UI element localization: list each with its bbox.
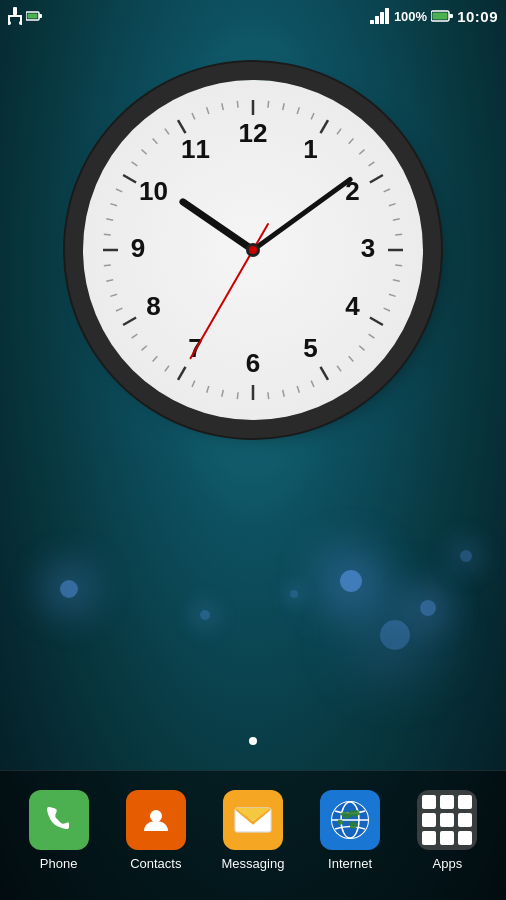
dock-item-apps[interactable]: Apps xyxy=(402,790,492,871)
bokeh-dot xyxy=(380,620,410,650)
apps-dot-1 xyxy=(422,795,436,809)
messaging-envelope-icon xyxy=(234,805,272,835)
internet-app-icon xyxy=(320,790,380,850)
dock-item-messaging[interactable]: Messaging xyxy=(208,790,298,871)
svg-rect-8 xyxy=(39,14,42,18)
messaging-app-icon xyxy=(223,790,283,850)
svg-rect-14 xyxy=(433,13,448,20)
apps-dot-8 xyxy=(440,831,454,845)
svg-rect-0 xyxy=(13,7,17,15)
apps-grid xyxy=(418,791,476,849)
bokeh-dot xyxy=(420,600,436,616)
apps-label: Apps xyxy=(433,856,463,871)
svg-rect-1 xyxy=(8,15,22,17)
internet-label: Internet xyxy=(328,856,372,871)
svg-rect-9 xyxy=(370,20,374,24)
status-left xyxy=(8,7,42,25)
phone-handset-icon xyxy=(42,803,76,837)
apps-dot-3 xyxy=(458,795,472,809)
contacts-person-icon xyxy=(139,803,173,837)
svg-point-16 xyxy=(150,810,162,822)
svg-rect-7 xyxy=(28,14,38,19)
apps-dot-2 xyxy=(440,795,454,809)
bottom-dock: Phone Contacts Messaging xyxy=(0,770,506,900)
dock-item-internet[interactable]: Internet xyxy=(305,790,395,871)
apps-dot-9 xyxy=(458,831,472,845)
svg-rect-15 xyxy=(449,14,453,18)
apps-dot-4 xyxy=(422,813,436,827)
bokeh-dot xyxy=(340,570,362,592)
battery-percent: 100% xyxy=(394,9,427,24)
svg-rect-12 xyxy=(385,8,389,24)
apps-dot-7 xyxy=(422,831,436,845)
dock-item-phone[interactable]: Phone xyxy=(14,790,104,871)
svg-point-4 xyxy=(8,21,11,25)
svg-rect-11 xyxy=(380,12,384,24)
battery-full-icon xyxy=(431,10,453,22)
bokeh-dot xyxy=(60,580,78,598)
clock-center-red xyxy=(249,246,257,254)
battery-small-icon xyxy=(26,11,42,21)
phone-label: Phone xyxy=(40,856,78,871)
dock-item-contacts[interactable]: Contacts xyxy=(111,790,201,871)
globe-icon xyxy=(328,798,372,842)
svg-rect-10 xyxy=(375,16,379,24)
clock-time: 10:09 xyxy=(457,8,498,25)
contacts-app-icon xyxy=(126,790,186,850)
page-indicator xyxy=(249,737,257,745)
contacts-label: Contacts xyxy=(130,856,181,871)
apps-dot-5 xyxy=(440,813,454,827)
bokeh-dot xyxy=(460,550,472,562)
clock-face xyxy=(83,80,423,420)
signal-icon xyxy=(370,8,390,24)
svg-point-5 xyxy=(19,21,22,25)
usb-icon xyxy=(8,7,22,25)
phone-app-icon xyxy=(29,790,89,850)
bokeh-dot xyxy=(290,590,298,598)
page-dot-1 xyxy=(249,737,257,745)
apps-app-icon xyxy=(417,790,477,850)
status-bar: 100% 10:09 xyxy=(0,0,506,32)
messaging-label: Messaging xyxy=(222,856,285,871)
bokeh-dot xyxy=(200,610,210,620)
status-right: 100% 10:09 xyxy=(370,8,498,25)
clock-widget[interactable] xyxy=(83,80,423,420)
apps-dot-6 xyxy=(458,813,472,827)
